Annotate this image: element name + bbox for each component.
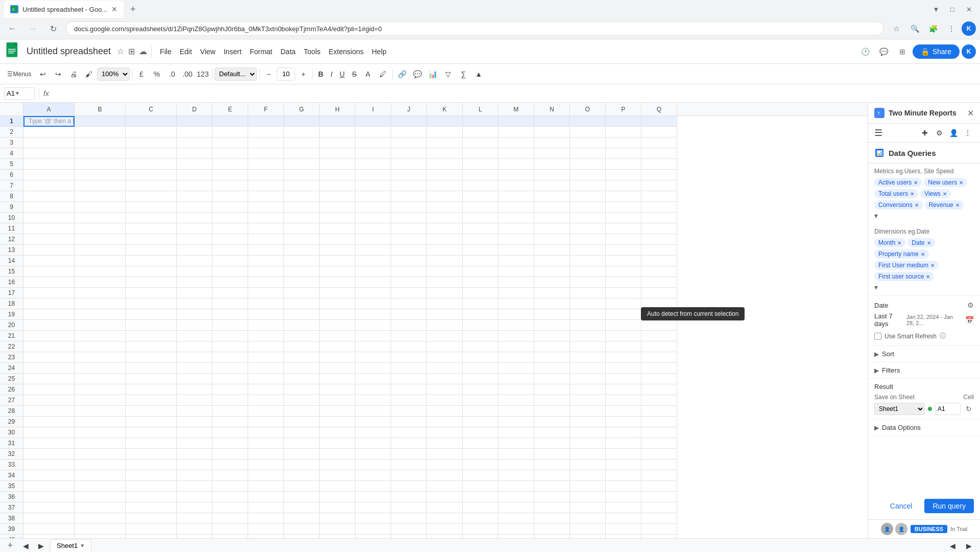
cell-Q37[interactable] [641, 502, 677, 513]
cell-B3[interactable] [75, 137, 126, 148]
cell-I24[interactable] [355, 363, 391, 374]
cell-P33[interactable] [606, 459, 641, 470]
cell-F22[interactable] [248, 341, 284, 352]
cell-K3[interactable] [427, 137, 463, 148]
col-header-P[interactable]: P [606, 103, 641, 116]
cell-E28[interactable] [212, 406, 248, 417]
cell-F34[interactable] [248, 470, 284, 481]
cell-O20[interactable] [570, 320, 606, 331]
col-header-Q[interactable]: Q [641, 103, 677, 116]
cell-P1[interactable] [606, 116, 641, 127]
cell-C10[interactable] [126, 213, 177, 223]
cell-K39[interactable] [427, 524, 463, 535]
cell-L29[interactable] [463, 417, 498, 427]
cell-C11[interactable] [126, 223, 177, 234]
cell-K16[interactable] [427, 277, 463, 288]
tag-property-name-close[interactable]: ✕ [921, 251, 925, 257]
cell-N32[interactable] [534, 449, 570, 459]
cell-G37[interactable] [284, 502, 320, 513]
cell-K38[interactable] [427, 513, 463, 524]
row-number-1[interactable]: 1 [0, 116, 23, 127]
cell-J28[interactable] [391, 406, 427, 417]
decimal-less-btn[interactable]: .0 [165, 67, 179, 81]
cell-Q1[interactable] [641, 116, 677, 127]
cell-J37[interactable] [391, 502, 427, 513]
cell-L22[interactable] [463, 341, 498, 352]
cell-N21[interactable] [534, 331, 570, 341]
cell-B36[interactable] [75, 492, 126, 502]
cell-N10[interactable] [534, 213, 570, 223]
cell-M10[interactable] [498, 213, 534, 223]
folder-icon[interactable]: ⊞ [128, 47, 135, 56]
cell-O32[interactable] [570, 449, 606, 459]
cell-O38[interactable] [570, 513, 606, 524]
cell-O5[interactable] [570, 159, 606, 170]
cell-C18[interactable] [126, 298, 177, 309]
cell-F11[interactable] [248, 223, 284, 234]
cell-O1[interactable] [570, 116, 606, 127]
data-options-section[interactable]: ▶ Data Options [868, 420, 980, 436]
cell-M20[interactable] [498, 320, 534, 331]
row-number-5[interactable]: 5 [0, 159, 23, 170]
cell-K1[interactable] [427, 116, 463, 127]
cell-L35[interactable] [463, 481, 498, 492]
cell-I25[interactable] [355, 374, 391, 384]
cell-E40[interactable] [212, 535, 248, 538]
cell-F16[interactable] [248, 277, 284, 288]
cell-O33[interactable] [570, 459, 606, 470]
cell-N23[interactable] [534, 352, 570, 363]
cell-Q11[interactable] [641, 223, 677, 234]
cell-I38[interactable] [355, 513, 391, 524]
cell-L14[interactable] [463, 256, 498, 266]
row-number-37[interactable]: 37 [0, 502, 23, 513]
cell-H9[interactable] [320, 202, 355, 213]
smart-refresh-checkbox[interactable] [874, 333, 881, 340]
cell-F17[interactable] [248, 288, 284, 298]
cell-P40[interactable] [606, 535, 641, 538]
cell-I32[interactable] [355, 449, 391, 459]
cell-E37[interactable] [212, 502, 248, 513]
cell-B35[interactable] [75, 481, 126, 492]
sheet-tab-sheet1[interactable]: Sheet1 ▼ [50, 539, 91, 553]
tag-new-users[interactable]: New users ✕ [924, 178, 967, 187]
cell-C5[interactable] [126, 159, 177, 170]
cell-L3[interactable] [463, 137, 498, 148]
cell-A39[interactable] [23, 524, 75, 535]
cell-E31[interactable] [212, 438, 248, 449]
cell-M2[interactable] [498, 127, 534, 137]
cell-I22[interactable] [355, 341, 391, 352]
cell-H18[interactable] [320, 298, 355, 309]
row-number-18[interactable]: 18 [0, 298, 23, 309]
cell-C7[interactable] [126, 180, 177, 191]
cell-G27[interactable] [284, 395, 320, 406]
cell-P15[interactable] [606, 266, 641, 277]
cell-J10[interactable] [391, 213, 427, 223]
cell-D13[interactable] [177, 245, 212, 256]
cell-I5[interactable] [355, 159, 391, 170]
cell-F4[interactable] [248, 148, 284, 159]
cell-B14[interactable] [75, 256, 126, 266]
present-icon[interactable]: ⊞ [894, 43, 911, 60]
cell-K27[interactable] [427, 395, 463, 406]
cell-H38[interactable] [320, 513, 355, 524]
cell-J19[interactable] [391, 309, 427, 320]
cell-M3[interactable] [498, 137, 534, 148]
cell-J5[interactable] [391, 159, 427, 170]
row-number-27[interactable]: 27 [0, 395, 23, 406]
cell-P23[interactable] [606, 352, 641, 363]
row-number-34[interactable]: 34 [0, 470, 23, 481]
cell-B6[interactable] [75, 170, 126, 180]
cell-K2[interactable] [427, 127, 463, 137]
cell-N35[interactable] [534, 481, 570, 492]
cell-P7[interactable] [606, 180, 641, 191]
cell-refresh-btn[interactable]: ↻ [964, 404, 974, 414]
cell-J20[interactable] [391, 320, 427, 331]
cell-A24[interactable] [23, 363, 75, 374]
cell-G34[interactable] [284, 470, 320, 481]
dimensions-expand-btn[interactable]: ▾ [874, 283, 974, 291]
menu-data[interactable]: Data [276, 45, 300, 58]
cell-G26[interactable] [284, 384, 320, 395]
cell-A25[interactable] [23, 374, 75, 384]
run-query-button[interactable]: Run query [924, 499, 974, 513]
cell-F13[interactable] [248, 245, 284, 256]
